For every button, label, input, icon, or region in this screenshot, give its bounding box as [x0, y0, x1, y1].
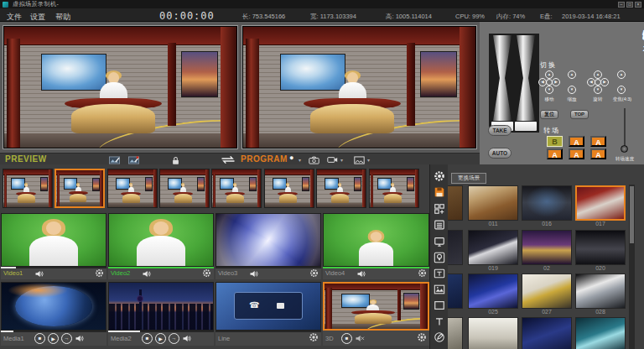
gallery-scrollbar[interactable]	[629, 185, 635, 349]
gallery-scene-row4-3[interactable]	[575, 317, 626, 349]
dpad-scale[interactable]: ▲ ▼	[567, 70, 577, 94]
transition-button-a4[interactable]: A	[547, 148, 563, 159]
transition-speed-slider[interactable]	[624, 108, 626, 150]
gear-icon[interactable]	[309, 331, 319, 346]
scene-strip-thumb-2-selected[interactable]	[55, 169, 105, 208]
minimize-button[interactable]: –	[618, 2, 625, 8]
arrow-up-icon[interactable]: ▲	[545, 70, 553, 79]
gallery-scrollbar-thumb[interactable]	[630, 186, 634, 243]
loop-button[interactable]: →	[61, 333, 72, 344]
save-icon-active[interactable]	[433, 185, 446, 199]
scene-strip-thumb-5[interactable]	[211, 169, 262, 208]
scene-strip-thumb-6[interactable]	[264, 169, 314, 208]
gallery-scene-025[interactable]	[468, 273, 518, 309]
arrow-down-icon[interactable]: ▼	[594, 86, 602, 94]
caption-icon[interactable]	[433, 267, 446, 280]
gallery-scene-row4-2[interactable]	[522, 317, 572, 349]
line-thumbnail[interactable]: ☎	[216, 282, 321, 331]
source-cell-line[interactable]: ☎ Line	[216, 282, 321, 346]
gallery-scene-clipped[interactable]	[448, 273, 463, 309]
arrow-down-icon[interactable]: ▼	[545, 86, 553, 94]
auto-button[interactable]: AUTO	[488, 148, 512, 159]
media2-thumbnail[interactable]	[108, 282, 214, 331]
record-button[interactable]: ●	[289, 154, 293, 162]
play-button[interactable]: ▶	[48, 333, 59, 344]
gallery-scene-017-selected[interactable]	[575, 185, 626, 221]
close-button[interactable]: ×	[635, 2, 641, 8]
source-cell-video3[interactable]: Video3	[216, 213, 321, 279]
source-cell-media1[interactable]: Media1 ■ ▶ →	[1, 282, 106, 346]
video1-thumbnail[interactable]	[1, 213, 106, 267]
maximize-button[interactable]: □	[626, 2, 633, 8]
t-bar-fader[interactable]	[489, 34, 539, 133]
speaker-icon[interactable]	[182, 331, 192, 346]
loop-button[interactable]: →	[169, 333, 179, 344]
arrow-down-icon[interactable]: ▼	[617, 86, 626, 94]
gallery-scene-011[interactable]	[468, 185, 518, 221]
take-button[interactable]: TAKE	[488, 125, 512, 136]
scene-strip-thumb-1[interactable]	[3, 169, 53, 208]
frame-icon[interactable]	[433, 299, 446, 312]
dpad-center[interactable]	[546, 79, 553, 86]
gallery-scene-row4-1[interactable]	[468, 317, 518, 349]
video3-thumbnail[interactable]	[216, 213, 321, 267]
3d-thumbnail-selected[interactable]	[323, 282, 429, 331]
transition-speed-slider-thumb[interactable]	[621, 145, 628, 153]
gallery-scene-clipped[interactable]	[448, 317, 463, 349]
light-icon[interactable]	[433, 251, 446, 264]
arrow-up-icon[interactable]: ▲	[594, 70, 602, 79]
play-button[interactable]: ▶	[155, 333, 166, 344]
source-cell-video1[interactable]: Video1	[1, 213, 106, 279]
arrow-right-icon[interactable]: ▶	[552, 78, 560, 86]
display-icon[interactable]	[433, 235, 446, 248]
top-button[interactable]: TOP	[570, 110, 589, 119]
reset-button[interactable]: 复位	[540, 110, 558, 119]
list-icon[interactable]	[433, 218, 446, 232]
scene-strip-thumb-7[interactable]	[316, 169, 366, 208]
record-dropdown-icon[interactable]: ▾	[299, 157, 301, 163]
arrow-down-icon[interactable]: ▼	[568, 86, 576, 94]
source-cell-video2[interactable]: Video2	[108, 213, 214, 279]
dpad-rotate[interactable]: ▲ ▼ ◀ ▶	[587, 70, 609, 94]
picture-dropdown-icon[interactable]: ▾	[367, 157, 370, 163]
arrow-up-icon[interactable]: ▲	[568, 70, 576, 79]
gallery-scene-clipped[interactable]	[448, 185, 463, 221]
transition-button-a2[interactable]: A	[569, 136, 584, 147]
dpad-move[interactable]: ▲ ▼ ◀ ▶	[538, 70, 560, 94]
dpad-zoom[interactable]: ▲ ▼	[616, 70, 626, 94]
add-window-icon[interactable]	[433, 202, 446, 216]
scene-strip-thumb-4[interactable]	[159, 169, 210, 208]
video4-thumbnail[interactable]	[323, 213, 429, 267]
text-icon[interactable]	[433, 315, 446, 328]
source-cell-video4[interactable]: Video4	[323, 213, 429, 279]
arrow-up-icon[interactable]: ▲	[617, 70, 626, 79]
transition-button-a3[interactable]: A	[590, 136, 606, 147]
speaker-muted-icon[interactable]	[355, 331, 365, 346]
stop-button[interactable]: ■	[341, 333, 352, 344]
video-dropdown-icon[interactable]: ▾	[340, 157, 343, 163]
t-bar-lever-left[interactable]	[491, 35, 513, 131]
source-cell-media2[interactable]: Media2 ■ ▶ →	[108, 282, 214, 346]
settings-gear-icon[interactable]	[433, 169, 446, 183]
media1-thumbnail[interactable]	[1, 282, 106, 331]
video2-thumbnail[interactable]	[108, 213, 214, 267]
source-cell-3d[interactable]: 3D ■	[323, 282, 429, 346]
transition-button-a5[interactable]: A	[569, 148, 584, 159]
scene-strip-thumb-8[interactable]	[369, 169, 419, 208]
arrow-right-icon[interactable]: ▶	[600, 78, 609, 86]
speaker-icon[interactable]	[75, 331, 85, 346]
change-scene-tab[interactable]: 更换场景	[451, 173, 486, 184]
gear-icon[interactable]	[417, 331, 427, 346]
t-bar-lever-right[interactable]	[515, 35, 537, 131]
draw-pen-icon[interactable]	[433, 331, 446, 344]
gallery-scene-clipped[interactable]	[448, 230, 463, 265]
dpad-center[interactable]	[595, 79, 601, 86]
gallery-scene-028[interactable]	[575, 273, 626, 309]
stop-button[interactable]: ■	[142, 333, 153, 344]
gallery-scene-020[interactable]	[575, 230, 626, 265]
gallery-scene-027[interactable]	[522, 273, 572, 309]
stop-button[interactable]: ■	[34, 333, 45, 344]
gallery-scene-016[interactable]	[522, 185, 572, 221]
gallery-scene-019[interactable]	[468, 230, 518, 265]
scene-image-icon[interactable]	[433, 283, 446, 296]
